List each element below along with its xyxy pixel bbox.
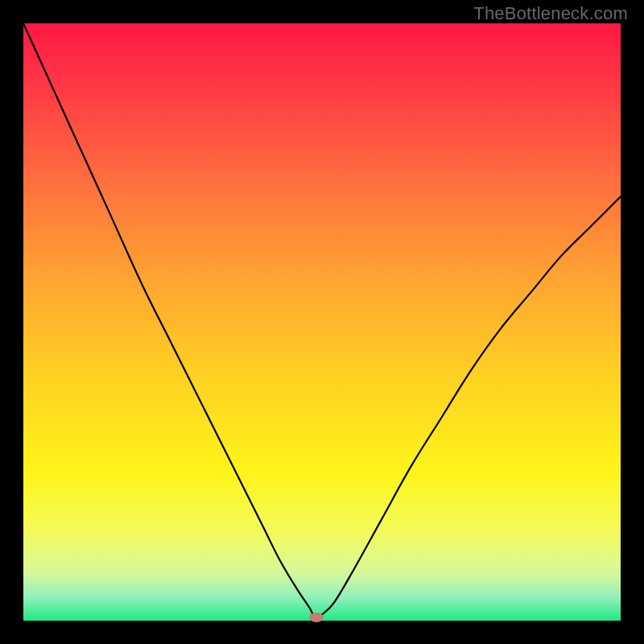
minimum-marker [309, 613, 324, 622]
watermark-text: TheBottleneck.com [473, 3, 628, 24]
plot-area [23, 23, 621, 621]
chart-container: TheBottleneck.com [0, 0, 644, 644]
bottleneck-curve [23, 23, 621, 621]
